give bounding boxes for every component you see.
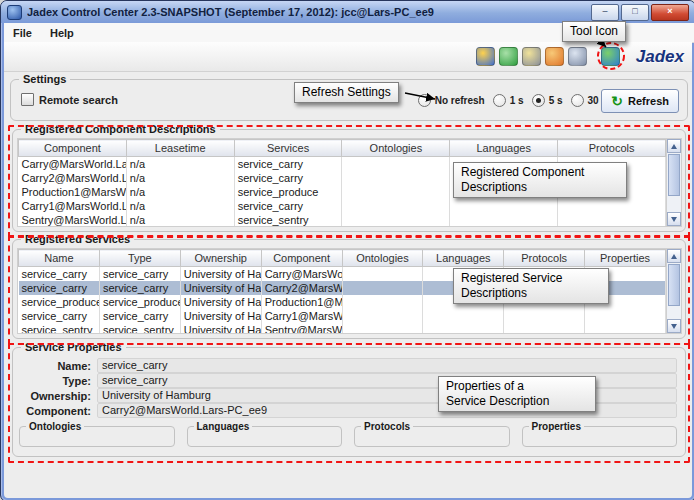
table-cell[interactable] <box>342 185 450 199</box>
table-cell[interactable] <box>342 171 450 185</box>
components-scrollbar[interactable] <box>666 139 681 226</box>
table-cell[interactable]: n/a <box>126 213 234 227</box>
table-cell[interactable]: Carry@MarsWorld.Lar... <box>19 157 127 172</box>
table-cell[interactable] <box>585 323 666 334</box>
table-cell[interactable] <box>450 213 558 227</box>
table-cell[interactable] <box>342 323 423 334</box>
column-header[interactable]: Properties <box>585 250 666 267</box>
refresh-option-no-refresh[interactable]: No refresh <box>418 94 485 107</box>
table-cell[interactable]: service_carry <box>234 157 342 172</box>
column-header[interactable]: Ownership <box>180 250 261 267</box>
table-cell[interactable]: University of Ha... <box>180 281 261 295</box>
refresh-option-5-s[interactable]: 5 s <box>532 94 563 107</box>
table-cell[interactable]: University of Ha... <box>180 267 261 282</box>
table-cell[interactable] <box>423 309 504 323</box>
table-row[interactable]: Carry1@MarsWorld.L...n/aservice_carry <box>19 199 666 213</box>
radio-icon[interactable] <box>532 94 545 107</box>
column-header[interactable]: Ontologies <box>342 140 450 157</box>
column-header[interactable]: Leasetime <box>126 140 234 157</box>
table-cell[interactable]: n/a <box>126 185 234 199</box>
radio-icon[interactable] <box>418 94 431 107</box>
table-cell[interactable]: Sentry@MarsW... <box>261 323 342 334</box>
refresh-button[interactable]: ↻ Refresh <box>601 89 679 113</box>
table-cell[interactable]: service_carry <box>234 199 342 213</box>
table-cell[interactable]: service_carry <box>99 309 180 323</box>
table-cell[interactable] <box>450 199 558 213</box>
table-cell[interactable] <box>504 309 585 323</box>
maximize-button[interactable]: □ <box>621 4 649 21</box>
table-cell[interactable]: service_carry <box>99 267 180 282</box>
services-scrollbar[interactable] <box>666 249 681 333</box>
minimize-button[interactable]: – <box>591 4 619 21</box>
df-tool-icon[interactable] <box>601 47 620 66</box>
starter-tool-icon[interactable] <box>476 47 495 66</box>
title-bar[interactable]: Jadex Control Center 2.3-SNAPSHOT (Septe… <box>1 1 694 23</box>
scroll-up-icon[interactable] <box>667 249 681 263</box>
table-cell[interactable]: service_sentry <box>234 213 342 227</box>
scroll-up-icon[interactable] <box>667 139 681 153</box>
scrollbar-thumb[interactable] <box>668 154 680 196</box>
table-cell[interactable]: service_carry <box>19 309 100 323</box>
column-header[interactable]: Protocols <box>558 140 666 157</box>
table-cell[interactable]: service_sentry <box>99 323 180 334</box>
radio-icon[interactable] <box>493 94 506 107</box>
table-row[interactable]: Sentry@MarsWorld.La...n/aservice_sentry <box>19 213 666 227</box>
table-cell[interactable]: service_produce <box>234 185 342 199</box>
table-cell[interactable]: service_produce <box>19 295 100 309</box>
security-tool-icon[interactable] <box>545 47 564 66</box>
refresh-option-1-s[interactable]: 1 s <box>493 94 524 107</box>
table-cell[interactable] <box>342 281 423 295</box>
column-header[interactable]: Ontologies <box>342 250 423 267</box>
awareness-tool-icon[interactable] <box>499 47 518 66</box>
table-cell[interactable]: Carry2@MarsW... <box>261 281 342 295</box>
table-cell[interactable] <box>342 295 423 309</box>
column-header[interactable]: Type <box>99 250 180 267</box>
table-cell[interactable]: n/a <box>126 171 234 185</box>
table-cell[interactable]: Production1@M... <box>261 295 342 309</box>
column-header[interactable]: Languages <box>423 250 504 267</box>
table-cell[interactable] <box>342 309 423 323</box>
table-cell[interactable]: University of Ha... <box>180 323 261 334</box>
table-cell[interactable]: Sentry@MarsWorld.La... <box>19 213 127 227</box>
table-cell[interactable]: service_carry <box>19 267 100 282</box>
column-header[interactable]: Component <box>19 140 127 157</box>
table-cell[interactable]: service_carry <box>99 281 180 295</box>
table-cell[interactable]: n/a <box>126 199 234 213</box>
remote-search-checkbox[interactable]: Remote search <box>21 93 118 106</box>
table-cell[interactable] <box>423 323 504 334</box>
column-header[interactable]: Component <box>261 250 342 267</box>
table-cell[interactable]: service_sentry <box>19 323 100 334</box>
radio-icon[interactable] <box>571 94 584 107</box>
column-header[interactable]: Languages <box>450 140 558 157</box>
scroll-down-icon[interactable] <box>667 212 681 226</box>
table-cell[interactable] <box>342 199 450 213</box>
table-cell[interactable]: University of Ha... <box>180 295 261 309</box>
table-cell[interactable]: service_carry <box>234 171 342 185</box>
table-cell[interactable] <box>342 157 450 172</box>
table-cell[interactable] <box>504 323 585 334</box>
conversation-tool-icon[interactable] <box>522 47 541 66</box>
menu-help[interactable]: Help <box>50 27 74 39</box>
table-cell[interactable] <box>558 199 666 213</box>
menu-file[interactable]: File <box>13 27 32 39</box>
table-cell[interactable]: Carry1@MarsWorld.L... <box>19 199 127 213</box>
checkbox-icon[interactable] <box>21 93 34 106</box>
scrollbar-track[interactable] <box>667 307 681 319</box>
scrollbar-track[interactable] <box>667 197 681 212</box>
table-cell[interactable] <box>342 267 423 282</box>
table-cell[interactable]: Carry1@MarsW... <box>261 309 342 323</box>
table-cell[interactable] <box>585 309 666 323</box>
table-cell[interactable]: service_produce <box>99 295 180 309</box>
table-cell[interactable] <box>558 213 666 227</box>
table-row[interactable]: service_sentryservice_sentryUniversity o… <box>19 323 666 334</box>
table-cell[interactable]: Production1@MarsWo... <box>19 185 127 199</box>
library-tool-icon[interactable] <box>568 47 587 66</box>
table-cell[interactable]: Carry2@MarsWorld.La... <box>19 171 127 185</box>
scroll-down-icon[interactable] <box>667 319 681 333</box>
table-cell[interactable]: service_carry <box>19 281 100 295</box>
table-cell[interactable] <box>342 213 450 227</box>
scrollbar-thumb[interactable] <box>668 264 680 306</box>
column-header[interactable]: Name <box>19 250 100 267</box>
column-header[interactable]: Protocols <box>504 250 585 267</box>
table-cell[interactable]: n/a <box>126 157 234 172</box>
